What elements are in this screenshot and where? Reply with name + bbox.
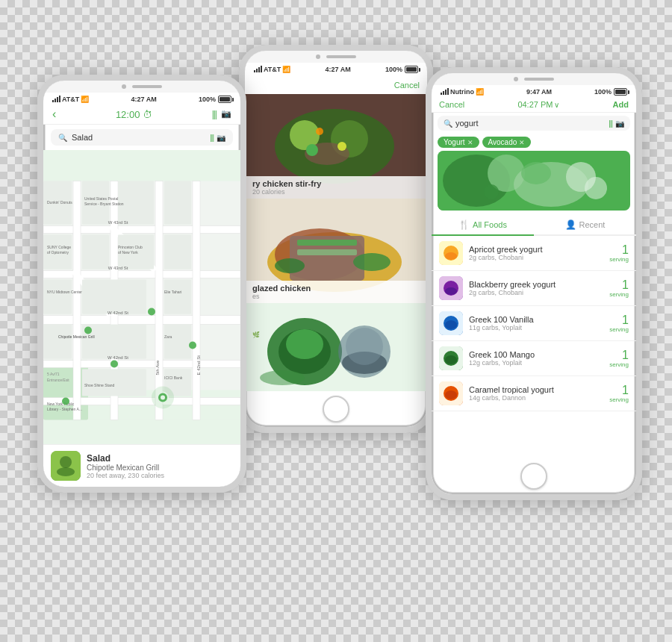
svg-point-111 bbox=[445, 390, 457, 399]
left-search-bar[interactable]: 🔍 ||| 📷 bbox=[51, 129, 233, 146]
serving-number: 1 bbox=[609, 349, 629, 361]
search-bar-icons: ||| 📷 bbox=[210, 134, 225, 142]
svg-rect-24 bbox=[164, 280, 191, 314]
search-input[interactable] bbox=[455, 119, 606, 128]
food-sub-2: 2g carbs, Chobani bbox=[469, 289, 603, 296]
tabs-row: 🍴 All Foods 👤 Recent bbox=[432, 215, 636, 236]
right-notch bbox=[432, 73, 636, 85]
svg-point-53 bbox=[84, 327, 92, 334]
food-thumbnail-3 bbox=[439, 311, 463, 335]
food-serving-3[interactable]: 1 serving bbox=[609, 314, 629, 333]
tag-remove-icon[interactable]: ✕ bbox=[467, 139, 473, 146]
search-icon: 🔍 bbox=[58, 134, 67, 142]
svg-point-105 bbox=[445, 320, 457, 329]
camera-icon[interactable]: 📷 bbox=[615, 119, 624, 128]
svg-text:Chipotle Mexican Grill: Chipotle Mexican Grill bbox=[58, 334, 95, 339]
tag-yogurt[interactable]: Yogurt ✕ bbox=[438, 137, 479, 148]
left-app-header: ‹ 12:00 ⏱ ||| 📷 bbox=[43, 105, 240, 125]
carrier-label: Nutrino bbox=[450, 88, 474, 96]
food-item-stirfry[interactable]: ry chicken stir-fry 20 calories bbox=[245, 94, 427, 199]
wifi-icon: 📶 bbox=[476, 88, 484, 96]
front-camera bbox=[316, 54, 320, 59]
food-scroll[interactable]: ry chicken stir-fry 20 calories bbox=[245, 94, 427, 391]
food-list-item[interactable]: Greek 100 Mango 12g carbs, Yoplait 1 ser… bbox=[432, 341, 636, 376]
svg-rect-26 bbox=[82, 325, 146, 359]
camera-icon[interactable]: 📷 bbox=[221, 109, 231, 119]
svg-rect-25 bbox=[43, 325, 72, 359]
right-search-bar[interactable]: 🔍 ||| 📷 bbox=[438, 116, 630, 131]
svg-text:ICICI Bank: ICICI Bank bbox=[164, 375, 183, 380]
food-list-item[interactable]: Apricot greek yogurt 2g carbs, Chobani 1… bbox=[432, 236, 636, 271]
chevron-icon[interactable]: ∨ bbox=[554, 101, 559, 109]
phone-left: AT&T 📶 4:27 AM 100% ‹ 12:00 ⏱ ||| 📷 bbox=[37, 75, 246, 493]
search-icon: 🔍 bbox=[444, 119, 452, 128]
header-icons: ||| 📷 bbox=[212, 109, 231, 119]
svg-text:New York Public: New York Public bbox=[47, 402, 75, 406]
food-name-4: Greek 100 Mango bbox=[469, 350, 603, 359]
svg-text:W 42nd St: W 42nd St bbox=[108, 311, 128, 315]
food-item-veggies[interactable]: 🌿 bbox=[245, 303, 427, 391]
svg-text:United States Postal: United States Postal bbox=[84, 196, 118, 201]
home-button[interactable] bbox=[520, 463, 547, 490]
svg-rect-17 bbox=[164, 181, 191, 225]
tag-avocado[interactable]: Avocado ✕ bbox=[482, 137, 532, 148]
map-bottom-info[interactable]: Salad Chipotle Mexican Grill 20 feet awa… bbox=[43, 444, 240, 487]
signal-icon bbox=[441, 89, 449, 95]
svg-point-70 bbox=[337, 142, 346, 151]
svg-rect-8 bbox=[73, 181, 81, 420]
food-thumbnail-2 bbox=[439, 276, 463, 300]
carrier-label: AT&T bbox=[264, 66, 281, 73]
search-input[interactable] bbox=[72, 133, 205, 142]
battery-fill bbox=[220, 97, 230, 102]
food-list-item[interactable]: Blackberry greek yogurt 2g carbs, Choban… bbox=[432, 271, 636, 306]
svg-text:of Optometry: of Optometry bbox=[47, 250, 69, 255]
food-serving-2[interactable]: 1 serving bbox=[609, 279, 629, 298]
meal-time: 12:00 ⏱ bbox=[116, 109, 152, 120]
svg-text:Dunkin' Donuts: Dunkin' Donuts bbox=[47, 200, 72, 205]
food-serving-1[interactable]: 1 serving bbox=[609, 244, 629, 263]
tab-all-foods[interactable]: 🍴 All Foods bbox=[432, 215, 534, 236]
svg-text:Shoe Shine Stand: Shoe Shine Stand bbox=[84, 383, 115, 387]
home-button[interactable] bbox=[323, 396, 349, 423]
food-thumbnail bbox=[51, 451, 81, 481]
svg-rect-76 bbox=[297, 240, 357, 246]
svg-point-87 bbox=[260, 370, 305, 385]
cancel-button[interactable]: Cancel bbox=[439, 100, 464, 109]
add-button[interactable]: Add bbox=[613, 100, 629, 109]
food-info: Salad Chipotle Mexican Grill 20 feet awa… bbox=[87, 453, 233, 479]
time-label: 4:27 AM bbox=[326, 66, 351, 73]
barcode-scan-icon[interactable]: ||| bbox=[210, 134, 214, 142]
svg-rect-27 bbox=[164, 325, 191, 359]
food-list-item[interactable]: Greek 100 Vanilla 11g carbs, Yoplait 1 s… bbox=[432, 306, 636, 341]
phones-container: AT&T 📶 4:27 AM 100% ‹ 12:00 ⏱ ||| 📷 bbox=[15, 15, 657, 627]
back-button[interactable]: ‹ bbox=[52, 107, 56, 121]
svg-point-60 bbox=[152, 387, 174, 409]
cancel-button[interactable]: Cancel bbox=[394, 81, 420, 90]
food-serving-4[interactable]: 1 serving bbox=[609, 349, 629, 368]
wifi-icon: 📶 bbox=[81, 96, 89, 103]
carrier-label: AT&T bbox=[62, 96, 79, 103]
camera-scan-icon[interactable]: 📷 bbox=[217, 134, 225, 142]
speaker bbox=[524, 78, 554, 81]
svg-point-95 bbox=[484, 184, 499, 199]
food-serving-5[interactable]: 1 serving bbox=[609, 384, 629, 403]
serving-label: serving bbox=[609, 361, 629, 368]
front-camera bbox=[514, 77, 518, 81]
svg-rect-21 bbox=[164, 235, 191, 269]
barcode-icon[interactable]: ||| bbox=[609, 119, 612, 128]
tab-recent[interactable]: 👤 Recent bbox=[534, 215, 636, 234]
food-item-chicken[interactable]: glazed chicken es bbox=[245, 199, 427, 303]
serving-number: 1 bbox=[609, 384, 629, 396]
food-list-item[interactable]: Caramel tropical yogurt 14g carbs, Danno… bbox=[432, 376, 636, 411]
tag-remove-icon[interactable]: ✕ bbox=[519, 139, 525, 146]
barcode-icon[interactable]: ||| bbox=[212, 109, 217, 119]
food-title-2: glazed chicken bbox=[252, 284, 420, 293]
battery-pct: 100% bbox=[199, 96, 216, 103]
svg-rect-10 bbox=[155, 181, 163, 420]
map-area[interactable]: W 43rd St W 43rd St W 42nd St W 42nd St … bbox=[43, 150, 240, 451]
meal-time[interactable]: 04:27 PM bbox=[517, 100, 553, 109]
tag-label: Avocado bbox=[488, 138, 517, 146]
food-info-2: Blackberry greek yogurt 2g carbs, Choban… bbox=[469, 280, 603, 296]
center-header: Cancel bbox=[245, 75, 427, 94]
svg-rect-6 bbox=[43, 361, 240, 368]
